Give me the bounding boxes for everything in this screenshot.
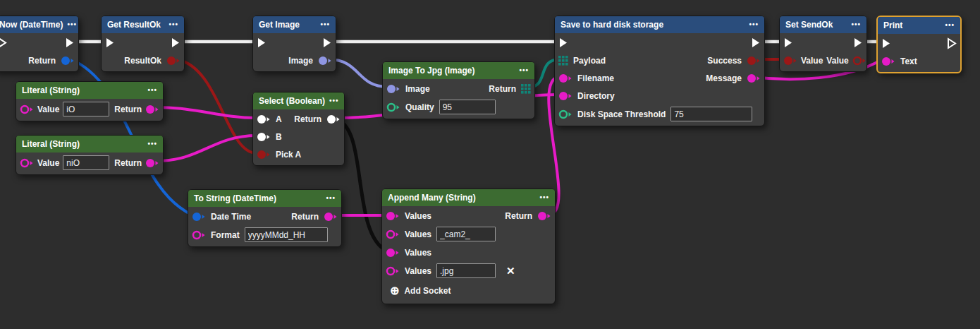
socket-directory[interactable] [558,91,572,101]
socket-values-2[interactable] [386,229,400,239]
threshold-input[interactable] [670,107,752,121]
node-title: Literal (String) [22,85,80,95]
input-label-value: Value [37,104,59,114]
node-header[interactable]: Print ••• [878,17,960,34]
socket-value-in[interactable] [783,56,797,66]
socket-image[interactable] [318,56,332,66]
exec-in-pin[interactable] [257,37,267,49]
socket-value[interactable] [20,158,34,168]
exec-out-pin[interactable] [322,37,332,49]
output-label-return: Return [505,211,532,221]
socket-return[interactable] [537,211,551,221]
node-append-many: Append Many (String) ••• Values Return V… [381,189,556,304]
exec-out-pin[interactable] [751,37,761,49]
socket-return[interactable] [326,114,341,124]
node-header[interactable]: Now (DateTime) ••• [0,16,78,33]
socket-quality[interactable] [386,102,400,112]
node-header[interactable]: Append Many (String) ••• [382,189,555,206]
output-label-return: Return [114,104,142,114]
format-input[interactable] [245,227,328,242]
node-header[interactable]: Get ResultOk ••• [102,16,184,33]
socket-value[interactable] [20,104,34,114]
output-label-message: Message [706,73,742,83]
socket-return[interactable] [324,212,338,222]
value-input[interactable] [63,155,109,170]
wire-literala-selecta[interactable] [157,107,257,118]
menu-icon[interactable]: ••• [143,140,157,148]
exec-in-pin[interactable] [0,37,7,49]
socket-text[interactable] [881,56,895,66]
socket-return[interactable] [145,158,159,168]
values-2-input[interactable] [436,227,496,241]
menu-icon[interactable]: ••• [164,21,178,28]
socket-date-time[interactable] [192,212,206,222]
node-header[interactable]: Get Image ••• [253,16,336,33]
exec-out-pin[interactable] [171,37,180,49]
socket-value-out[interactable] [852,56,866,66]
input-label-quality: Quality [405,102,434,112]
socket-return-datetime[interactable] [61,56,75,66]
node-header[interactable]: Literal (String) ••• [16,82,163,99]
node-header[interactable]: Select (Boolean) ••• [253,92,344,109]
socket-message[interactable] [747,73,761,83]
socket-format[interactable] [192,230,206,240]
socket-image-input[interactable] [386,84,400,94]
socket-pick-a[interactable] [257,150,271,160]
menu-icon[interactable]: ••• [745,21,759,28]
node-title: Get Image [259,20,300,30]
node-header[interactable]: Set SendOk ••• [780,16,866,33]
socket-values-3[interactable] [386,248,400,258]
node-title: Get ResultOk [107,20,161,30]
quality-input[interactable] [439,100,496,114]
wire-resultok-picka[interactable] [176,59,257,153]
socket-resultok[interactable] [166,56,180,66]
menu-icon[interactable]: ••• [321,195,336,202]
socket-b[interactable] [257,132,271,142]
exec-out-pin[interactable] [947,37,957,49]
node-header[interactable]: To String (DateTime) ••• [188,190,341,207]
menu-icon[interactable]: ••• [847,21,861,28]
remove-socket-icon[interactable]: ✕ [506,265,515,277]
exec-in-pin[interactable] [558,37,568,49]
node-graph-canvas[interactable]: Now (DateTime) ••• Return Get ResultOk •… [0,0,980,329]
node-print: Print ••• Text [876,16,962,73]
socket-filename[interactable] [558,73,572,83]
socket-a[interactable] [257,114,271,124]
socket-payload-bytes-grid[interactable] [558,56,568,66]
socket-values-4[interactable] [386,266,400,276]
wire-getimage-image-tojpg[interactable] [328,59,388,87]
menu-icon[interactable]: ••• [941,22,955,29]
exec-out-pin[interactable] [65,37,75,49]
wire-literalb-selectb[interactable] [157,136,257,161]
node-set-sendok: Set SendOk ••• Value Value [779,16,867,72]
socket-return-bytes-grid[interactable] [521,84,531,94]
menu-icon[interactable]: ••• [325,97,339,104]
socket-return[interactable] [145,104,159,114]
output-label-return: Return [291,212,319,222]
output-label-return: Return [114,158,142,168]
exec-in-pin[interactable] [783,37,793,49]
exec-out-pin[interactable] [853,37,863,49]
menu-icon[interactable]: ••• [515,67,529,74]
value-input[interactable] [63,102,109,116]
socket-values-1[interactable] [386,211,400,221]
socket-success[interactable] [747,56,761,66]
values-4-input[interactable] [436,263,496,278]
node-header[interactable]: Save to hard disk storage ••• [555,16,764,33]
exec-in-pin[interactable] [881,37,891,49]
node-title: Literal (String) [22,139,80,149]
add-socket-icon[interactable]: ⊕ [390,285,399,297]
menu-icon[interactable]: ••• [143,87,157,94]
input-label-image: Image [405,84,430,94]
node-header[interactable]: Literal (String) ••• [16,136,163,152]
menu-icon[interactable]: ••• [316,21,330,28]
socket-disk-space-threshold[interactable] [558,109,572,119]
node-title: Image To Jpg (Image) [388,66,474,76]
output-label-success: Success [707,56,742,66]
menu-icon[interactable]: ••• [535,194,549,201]
node-header[interactable]: Image To Jpg (Image) ••• [383,62,534,79]
add-socket-label[interactable]: Add Socket [404,286,451,296]
exec-in-pin[interactable] [105,37,115,49]
menu-icon[interactable]: ••• [63,21,77,28]
input-label-filename: Filename [577,73,614,83]
